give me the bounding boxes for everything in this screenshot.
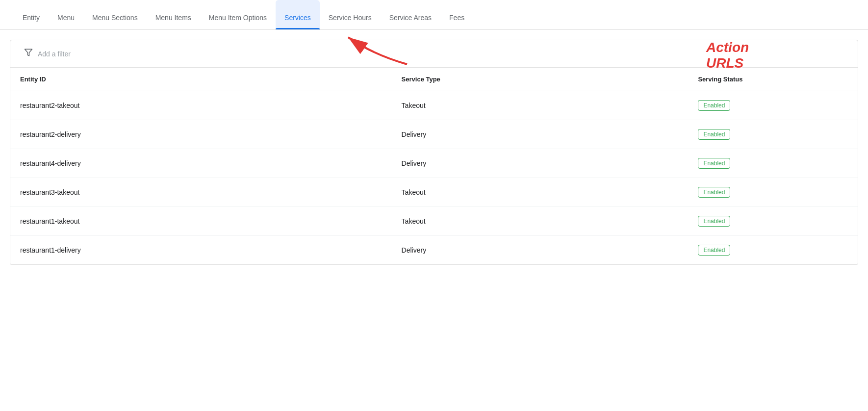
table-row: restaurant1-takeoutTakeoutEnabled — [10, 207, 858, 236]
table-header-row: Entity ID Service Type Serving Status — [10, 68, 858, 91]
column-header-entity-id: Entity ID — [10, 68, 392, 91]
tab-service-hours[interactable]: Service Hours — [320, 0, 381, 29]
svg-marker-1 — [25, 49, 32, 56]
tab-menu[interactable]: Menu — [49, 0, 83, 29]
cell-service-type: Takeout — [392, 207, 689, 236]
services-table: Entity ID Service Type Serving Status re… — [10, 68, 858, 264]
tab-service-areas[interactable]: Service Areas — [381, 0, 440, 29]
tab-fees[interactable]: Fees — [440, 0, 473, 29]
status-badge: Enabled — [698, 245, 730, 256]
cell-service-type: Takeout — [392, 91, 689, 120]
cell-entity-id: restaurant3-takeout — [10, 178, 392, 207]
column-header-serving-status: Serving Status — [688, 68, 858, 91]
tab-menu-item-options[interactable]: Menu Item Options — [200, 0, 276, 29]
table-row: restaurant2-takeoutTakeoutEnabled — [10, 91, 858, 120]
cell-entity-id: restaurant2-takeout — [10, 91, 392, 120]
status-badge: Enabled — [698, 100, 730, 111]
cell-serving-status: Enabled — [688, 178, 858, 207]
status-badge: Enabled — [698, 158, 730, 169]
tab-entity[interactable]: Entity — [14, 0, 49, 29]
cell-service-type: Takeout — [392, 178, 689, 207]
tab-menu-items[interactable]: Menu Items — [147, 0, 200, 29]
cell-serving-status: Enabled — [688, 91, 858, 120]
table-row: restaurant1-deliveryDeliveryEnabled — [10, 236, 858, 265]
filter-bar: Add a filter — [10, 40, 858, 68]
tab-services[interactable]: Services — [276, 0, 320, 29]
tab-menu-sections[interactable]: Menu Sections — [83, 0, 147, 29]
cell-service-type: Delivery — [392, 236, 689, 265]
cell-entity-id: restaurant2-delivery — [10, 120, 392, 149]
table-row: restaurant4-deliveryDeliveryEnabled — [10, 149, 858, 178]
tab-navigation: Entity Menu Menu Sections Menu Items Men… — [0, 0, 868, 30]
filter-placeholder[interactable]: Add a filter — [38, 50, 71, 58]
column-header-service-type: Service Type — [392, 68, 689, 91]
filter-icon — [24, 48, 33, 59]
cell-serving-status: Enabled — [688, 236, 858, 265]
cell-serving-status: Enabled — [688, 149, 858, 178]
cell-entity-id: restaurant1-takeout — [10, 207, 392, 236]
cell-entity-id: restaurant4-delivery — [10, 149, 392, 178]
cell-serving-status: Enabled — [688, 120, 858, 149]
cell-service-type: Delivery — [392, 149, 689, 178]
cell-serving-status: Enabled — [688, 207, 858, 236]
status-badge: Enabled — [698, 216, 730, 227]
table-row: restaurant2-deliveryDeliveryEnabled — [10, 120, 858, 149]
status-badge: Enabled — [698, 129, 730, 140]
cell-entity-id: restaurant1-delivery — [10, 236, 392, 265]
table-row: restaurant3-takeoutTakeoutEnabled — [10, 178, 858, 207]
data-table-container: Entity ID Service Type Serving Status re… — [10, 68, 858, 265]
cell-service-type: Delivery — [392, 120, 689, 149]
status-badge: Enabled — [698, 187, 730, 198]
